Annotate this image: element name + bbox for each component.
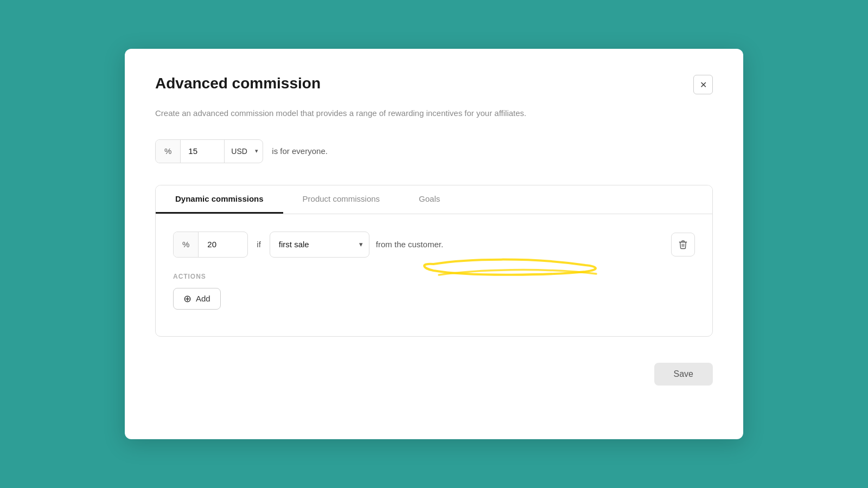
modal-description: Create an advanced commission model that… — [155, 107, 713, 120]
if-label: if — [254, 240, 263, 249]
tab-content-wrapper: % if first sale repeat sale new customer… — [173, 232, 695, 310]
actions-label: ACTIONS — [173, 273, 695, 280]
add-button[interactable]: ⊕ Add — [173, 288, 221, 310]
close-button[interactable]: ✕ — [693, 75, 713, 94]
dynamic-commission-row: % if first sale repeat sale new customer… — [173, 232, 695, 258]
trash-icon — [678, 240, 688, 249]
tabs-header: Dynamic commissions Product commissions … — [156, 185, 712, 214]
for-everyone-text: is for everyone. — [272, 146, 328, 156]
add-label: Add — [196, 294, 210, 303]
commission-value-input[interactable] — [181, 146, 224, 156]
tab-goals[interactable]: Goals — [399, 185, 459, 214]
dynamic-input-group: % — [173, 232, 248, 258]
from-customer-text: from the customer. — [376, 240, 665, 249]
modal-title: Advanced commission — [155, 75, 321, 92]
delete-row-button[interactable] — [671, 233, 695, 256]
modal-dialog: Advanced commission ✕ Create an advanced… — [125, 49, 743, 439]
plus-circle-icon: ⊕ — [183, 294, 192, 304]
base-commission-row: % USD EUR GBP ▾ is for everyone. — [155, 139, 713, 163]
dynamic-percent-badge: % — [174, 232, 199, 257]
modal-footer: Save — [155, 363, 713, 386]
tab-content-dynamic: % if first sale repeat sale new customer… — [156, 214, 712, 327]
tab-product-commissions[interactable]: Product commissions — [283, 185, 400, 214]
currency-select[interactable]: USD EUR GBP — [225, 140, 263, 163]
save-button[interactable]: Save — [654, 363, 713, 386]
base-commission-input-group: % USD EUR GBP ▾ — [155, 139, 263, 163]
modal-overlay: Advanced commission ✕ Create an advanced… — [0, 0, 868, 488]
percent-badge: % — [156, 140, 181, 163]
tab-dynamic-commissions[interactable]: Dynamic commissions — [156, 185, 283, 214]
condition-select[interactable]: first sale repeat sale new customer retu… — [270, 232, 369, 258]
close-icon: ✕ — [700, 80, 707, 90]
dynamic-value-input[interactable] — [199, 240, 247, 249]
currency-wrapper: USD EUR GBP ▾ — [224, 140, 263, 163]
modal-header: Advanced commission ✕ — [155, 75, 713, 94]
condition-dropdown-wrapper: first sale repeat sale new customer retu… — [270, 232, 369, 258]
tabs-container: Dynamic commissions Product commissions … — [155, 185, 713, 337]
